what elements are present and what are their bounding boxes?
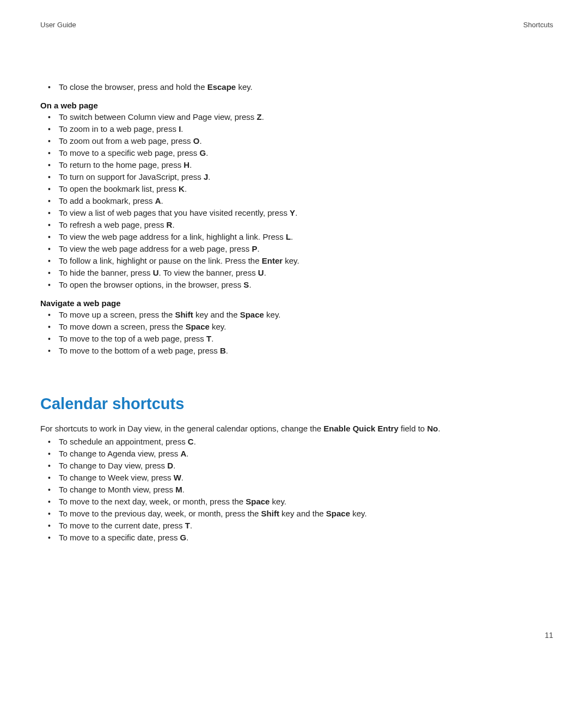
list-item: To change to Day view, press D.: [48, 460, 553, 472]
subhead-navigate: Navigate a web page: [40, 299, 553, 308]
list-item: To return to the home page, press H.: [48, 159, 553, 171]
header-right: Shortcuts: [523, 21, 553, 29]
subhead-on-web-page: On a web page: [40, 101, 553, 110]
header-left: User Guide: [40, 21, 76, 29]
on-web-page-list: To switch between Column view and Page v…: [40, 111, 553, 291]
list-item: To hide the banner, press U. To view the…: [48, 267, 553, 279]
list-item: To zoom in to a web page, press I.: [48, 123, 553, 135]
list-item: To move to a specific date, press G.: [48, 532, 553, 544]
intro-list: To close the browser, press and hold the…: [40, 81, 553, 93]
list-item: To change to Month view, press M.: [48, 484, 553, 496]
calendar-list: To schedule an appointment, press C.To c…: [40, 436, 553, 544]
list-item: To refresh a web page, press R.: [48, 219, 553, 231]
list-item: To move to the bottom of a web page, pre…: [48, 345, 553, 357]
list-item: To change to Agenda view, press A.: [48, 448, 553, 460]
list-item: To add a bookmark, press A.: [48, 195, 553, 207]
list-item: To close the browser, press and hold the…: [48, 81, 553, 93]
page-number: 11: [544, 631, 553, 640]
list-item: To move to the top of a web page, press …: [48, 333, 553, 345]
list-item: To move up a screen, press the Shift key…: [48, 309, 553, 321]
list-item: To move to the previous day, week, or mo…: [48, 508, 553, 520]
list-item: To view the web page address for a web p…: [48, 243, 553, 255]
list-item: To change to Week view, press W.: [48, 472, 553, 484]
list-item: To turn on support for JavaScript, press…: [48, 171, 553, 183]
navigate-list: To move up a screen, press the Shift key…: [40, 309, 553, 357]
list-item: To switch between Column view and Page v…: [48, 111, 553, 123]
list-item: To move to the next day, week, or month,…: [48, 496, 553, 508]
list-item: To open the bookmark list, press K.: [48, 183, 553, 195]
list-item: To move to a specific web page, press G.: [48, 147, 553, 159]
section-title-calendar: Calendar shortcuts: [40, 395, 553, 413]
page-header: User Guide Shortcuts: [40, 21, 553, 29]
list-item: To follow a link, highlight or pause on …: [48, 255, 553, 267]
list-item: To view a list of web pages that you hav…: [48, 207, 553, 219]
list-item: To move down a screen, press the Space k…: [48, 321, 553, 333]
list-item: To open the browser options, in the brow…: [48, 279, 553, 291]
list-item: To move to the current date, press T.: [48, 520, 553, 532]
calendar-intro: For shortcuts to work in Day view, in th…: [40, 423, 553, 435]
list-item: To schedule an appointment, press C.: [48, 436, 553, 448]
list-item: To zoom out from a web page, press O.: [48, 135, 553, 147]
list-item: To view the web page address for a link,…: [48, 231, 553, 243]
